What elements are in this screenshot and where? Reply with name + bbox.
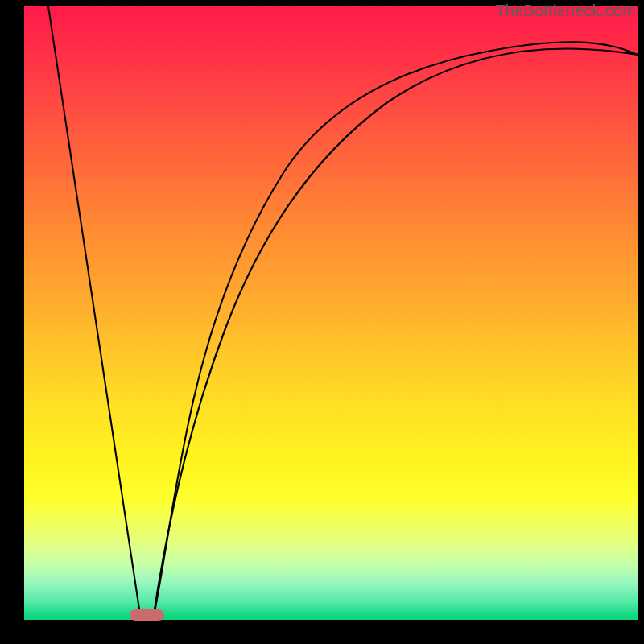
curve-right-saturating-overlay xyxy=(153,49,638,621)
bottleneck-curve xyxy=(24,6,638,620)
watermark-text: TheBottleneck.com xyxy=(495,2,636,20)
curve-right-saturating xyxy=(153,42,638,620)
curve-left-linear xyxy=(48,6,141,620)
chart-frame: TheBottleneck.com xyxy=(0,0,644,644)
plot-area xyxy=(24,6,638,620)
optimal-marker xyxy=(130,609,164,621)
